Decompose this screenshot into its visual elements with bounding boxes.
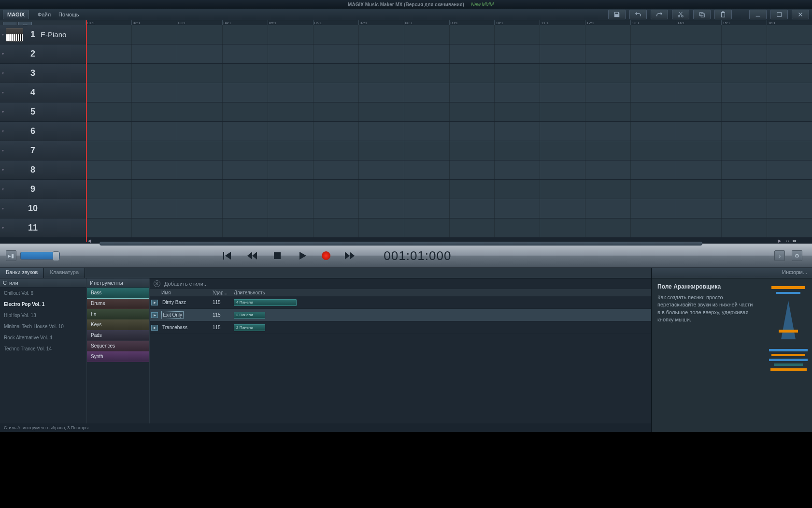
instruments-panel: Инструменты BassDrumsFxKeysPadsSequences…	[87, 278, 150, 423]
sound-bpm: 115	[213, 325, 232, 330]
scroll-right-icon[interactable]: ►	[776, 238, 783, 244]
col-bpm[interactable]: Удар...	[213, 290, 232, 295]
preview-play-icon[interactable]: ▸	[151, 325, 158, 331]
track-lane[interactable]	[86, 25, 812, 44]
save-button[interactable]	[608, 10, 626, 19]
track-header[interactable]: ▾2	[0, 44, 86, 64]
track-headers: ▾1E-Piano▾2▾3▾4▾5▾6▾7▾8▾9▾10▾11	[0, 25, 86, 238]
col-duration[interactable]: Длительность	[232, 290, 651, 295]
sound-row[interactable]: ▸Trancebass1152 Панели	[150, 321, 651, 334]
track-header[interactable]: ▾11	[0, 218, 86, 238]
duration-bar[interactable]: 2 Панели	[234, 312, 265, 319]
style-item[interactable]: Techno Trance Vol. 14	[0, 343, 86, 354]
instrument-item[interactable]: Pads	[87, 330, 149, 341]
instrument-item[interactable]: Bass	[87, 288, 149, 298]
minimize-button[interactable]	[749, 10, 767, 19]
tab-info[interactable]: Информ...	[652, 268, 812, 278]
transport-extra-a[interactable]: ♪	[774, 250, 785, 261]
ruler-tick: 06:1	[313, 20, 358, 25]
track-header[interactable]: ▾8	[0, 160, 86, 180]
copy-button[interactable]	[693, 10, 711, 19]
track-lane[interactable]	[86, 218, 812, 238]
close-button[interactable]	[792, 10, 809, 19]
undo-button[interactable]	[629, 10, 647, 19]
tab-soundbanks[interactable]: Банки звуков	[0, 268, 44, 278]
col-name[interactable]: Имя	[159, 290, 213, 295]
play-button[interactable]	[297, 250, 308, 261]
horizontal-scrollbar[interactable]: ◄ ► ↔ ⇔	[0, 238, 812, 244]
svg-rect-4	[722, 12, 725, 17]
track-lane[interactable]	[86, 141, 812, 160]
style-item[interactable]: Minimal Tech-House Vol. 10	[0, 321, 86, 332]
zoom-in-h-icon[interactable]: ⇔	[792, 238, 797, 244]
sound-table-header: Имя Удар... Длительность	[150, 289, 651, 296]
track-lane[interactable]	[86, 64, 812, 83]
style-item[interactable]: Rock Alternative Vol. 4	[0, 332, 86, 343]
menubar: MAGIX Файл Помощь	[0, 9, 812, 20]
preview-play-icon[interactable]: ▸	[151, 312, 158, 318]
duration-bar[interactable]: 2 Панели	[234, 324, 265, 331]
scroll-thumb[interactable]	[100, 242, 702, 246]
instrument-item[interactable]: Synth	[87, 351, 149, 362]
maximize-button[interactable]	[770, 10, 788, 19]
scroll-left-icon[interactable]: ◄	[86, 238, 93, 244]
ruler-tick: 16:1	[767, 20, 812, 25]
track-lane[interactable]	[86, 102, 812, 122]
track-lane[interactable]	[86, 44, 812, 64]
volume-slider[interactable]	[20, 252, 60, 260]
ruler-tick: 07:1	[358, 20, 404, 25]
track-header[interactable]: ▾7	[0, 141, 86, 160]
track-lane[interactable]	[86, 160, 812, 180]
fast-forward-button[interactable]	[344, 250, 356, 261]
sound-bpm: 115	[213, 300, 232, 305]
paste-button[interactable]	[714, 10, 732, 19]
track-lane[interactable]	[86, 83, 812, 102]
track-lane[interactable]	[86, 122, 812, 141]
track-header[interactable]: ▾3	[0, 64, 86, 83]
track-number: 8	[27, 165, 39, 175]
preview-play-icon[interactable]: ▸	[151, 300, 158, 305]
track-lane[interactable]	[86, 180, 812, 199]
close-icon[interactable]: ✕	[154, 280, 160, 287]
add-styles-link[interactable]: Добавить стили...	[164, 281, 208, 287]
bottom-panel: Банки звуков Клавиатура Стили Chillout V…	[0, 268, 812, 432]
track-grid[interactable]	[86, 25, 812, 238]
ruler-tick: 05:1	[268, 20, 313, 25]
track-number: 9	[27, 184, 39, 194]
style-item[interactable]: HipHop Vol. 13	[0, 310, 86, 321]
stop-button[interactable]	[271, 250, 283, 261]
track-header[interactable]: ▾4	[0, 83, 86, 102]
ruler-tick: 10:1	[494, 20, 540, 25]
instrument-item[interactable]: Fx	[87, 309, 149, 319]
style-item[interactable]: Electro Pop Vol. 1	[0, 299, 86, 310]
sound-row[interactable]: ▸Exit Only1152 Панели	[150, 309, 651, 321]
menu-file[interactable]: Файл	[34, 12, 55, 17]
redo-button[interactable]	[651, 10, 668, 19]
track-lane[interactable]	[86, 199, 812, 218]
duration-bar[interactable]: 4 Панели	[234, 299, 297, 306]
playhead[interactable]	[86, 20, 87, 242]
instrument-item[interactable]: Drums	[87, 298, 149, 309]
record-button[interactable]	[322, 251, 330, 260]
zoom-out-h-icon[interactable]: ↔	[785, 238, 790, 244]
sound-row[interactable]: ▸Dirrty Bazz1154 Панели	[150, 296, 651, 309]
rewind-button[interactable]	[246, 250, 258, 261]
instrument-item[interactable]: Sequences	[87, 341, 149, 351]
style-item[interactable]: Chillout Vol. 6	[0, 288, 86, 299]
transport-extra-b[interactable]: ⚙	[792, 250, 802, 261]
instruments-header: Инструменты	[87, 278, 149, 288]
track-header[interactable]: ▾6	[0, 122, 86, 141]
timecode-display: 001:01:000	[384, 248, 451, 263]
menu-help[interactable]: Помощь	[55, 12, 83, 17]
track-header[interactable]: ▾10	[0, 199, 86, 218]
track-header[interactable]: ▾1E-Piano	[0, 25, 86, 44]
rewind-start-button[interactable]	[221, 250, 233, 261]
track-header[interactable]: ▾5	[0, 102, 86, 122]
monitor-button[interactable]: ▸▮	[6, 250, 16, 261]
svg-rect-16	[770, 368, 807, 371]
instrument-item[interactable]: Keys	[87, 319, 149, 330]
track-header[interactable]: ▾9	[0, 180, 86, 199]
ruler-tick: 11:1	[540, 20, 585, 25]
cut-button[interactable]	[672, 10, 689, 19]
tab-keyboard[interactable]: Клавиатура	[44, 268, 85, 278]
